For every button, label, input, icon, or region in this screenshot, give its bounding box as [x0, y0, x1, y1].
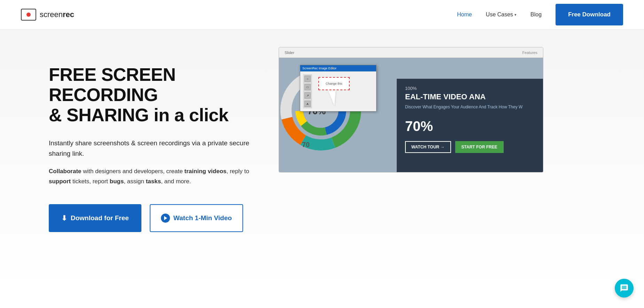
- play-icon: [161, 214, 170, 223]
- hero-left: FREE SCREEN RECORDING & SHARING in a cli…: [49, 51, 265, 232]
- screenshot-header: Slider Features: [279, 47, 543, 58]
- nav-use-cases[interactable]: Use Cases ▾: [486, 11, 517, 18]
- logo-rec: rec: [63, 10, 74, 19]
- slider-label: Slider: [285, 51, 294, 55]
- hero-training: training videos: [184, 168, 226, 175]
- start-free-button[interactable]: START FOR FREE: [455, 141, 504, 153]
- watch-tour-button[interactable]: WATCH TOUR →: [405, 141, 451, 153]
- hero-collaborate: Collaborate: [49, 168, 82, 175]
- download-icon: ⬇: [61, 214, 67, 222]
- hero-section: FREE SCREEN RECORDING & SHARING in a cli…: [0, 30, 644, 294]
- hero-title: FREE SCREEN RECORDING & SHARING in a cli…: [49, 64, 265, 125]
- features-label: Features: [522, 51, 537, 55]
- navbar: screenrec Home Use Cases ▾ Blog Free Dow…: [0, 0, 644, 30]
- chat-icon: [620, 284, 629, 293]
- logo[interactable]: screenrec: [21, 9, 74, 21]
- chat-support-button[interactable]: [615, 279, 634, 294]
- hero-subtitle: Instantly share screenshots & screen rec…: [49, 138, 265, 159]
- chevron-down-icon: ▾: [514, 13, 517, 17]
- tool-icon-4: A: [304, 101, 311, 107]
- inner-editor-window: ScreenRec Image Editor ○ □ ↗ A Change t: [300, 65, 377, 111]
- analytics-pct-70: 70%: [405, 118, 535, 134]
- nav-links: Home Use Cases ▾ Blog Free Download: [457, 4, 623, 25]
- analytics-pct-100: 100%: [405, 86, 535, 91]
- watch-video-button[interactable]: Watch 1-Min Video: [150, 204, 243, 232]
- hero-support: support: [49, 178, 71, 185]
- annotation-box: Change this: [318, 77, 350, 90]
- inner-content: ○ □ ↗ A Change this: [300, 71, 376, 111]
- analytics-action-buttons: WATCH TOUR → START FOR FREE: [405, 141, 535, 153]
- hero-screenshot: Slider Features ScreenRec Image Editor ○…: [279, 47, 543, 172]
- logo-icon: [21, 9, 36, 21]
- nav-home[interactable]: Home: [457, 11, 472, 18]
- analytics-panel: 100% EAL-TIME VIDEO ANA Discover What En…: [397, 79, 543, 172]
- donut-pct-bottom: 70: [302, 141, 310, 149]
- free-download-button[interactable]: Free Download: [556, 4, 623, 25]
- hero-bugs: bugs: [110, 178, 124, 185]
- tool-icon-3: ↗: [304, 92, 311, 99]
- analytics-title: EAL-TIME VIDEO ANA: [405, 92, 535, 101]
- hero-tasks: tasks: [146, 178, 161, 185]
- nav-blog[interactable]: Blog: [530, 11, 542, 18]
- inner-titlebar: ScreenRec Image Editor: [300, 65, 376, 71]
- logo-screen: screen: [40, 10, 63, 19]
- hero-desc: Collaborate with designers and developer…: [49, 167, 265, 187]
- tool-icon-1: ○: [304, 76, 311, 82]
- analytics-subtitle: Discover What Engages Your Audience And …: [405, 104, 535, 110]
- annotation-arrow: [328, 90, 336, 106]
- hero-right: Slider Features ScreenRec Image Editor ○…: [279, 47, 623, 172]
- logo-text: screenrec: [40, 10, 74, 19]
- tool-icon-2: □: [304, 84, 311, 90]
- download-free-button[interactable]: ⬇ Download for Free: [49, 204, 141, 232]
- mock-screen: ScreenRec Image Editor ○ □ ↗ A Change t: [279, 58, 543, 172]
- hero-buttons: ⬇ Download for Free Watch 1-Min Video: [49, 204, 265, 232]
- inner-sidebar: ○ □ ↗ A: [303, 74, 312, 108]
